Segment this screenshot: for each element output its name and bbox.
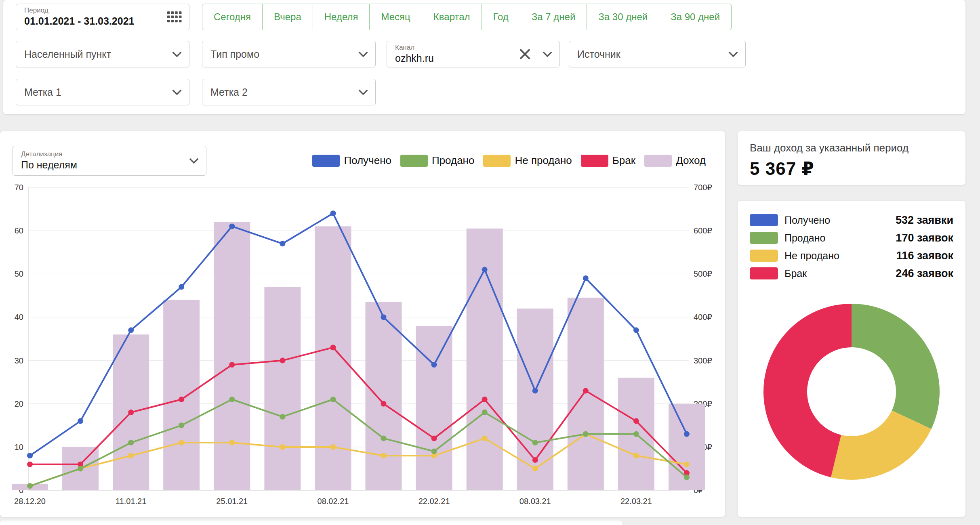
svg-text:600₽: 600₽ (694, 226, 712, 235)
stat-name: Продано (784, 232, 825, 244)
detail-select[interactable]: Детализация По неделям (13, 146, 206, 176)
period-label: Период (24, 7, 48, 15)
quick-range-quarter[interactable]: Квартал (422, 4, 482, 30)
legend-item-income[interactable]: Доход (644, 154, 706, 167)
stat-name: Получено (784, 214, 830, 226)
quick-range-year[interactable]: Год (482, 4, 520, 30)
svg-text:11.01.21: 11.01.21 (116, 497, 146, 506)
svg-text:25.01.21: 25.01.21 (216, 497, 248, 506)
stat-swatch (750, 250, 778, 262)
svg-text:10: 10 (15, 443, 23, 452)
filters-panel: Период 01.01.2021 - 31.03.2021 Сегодня В… (3, 0, 965, 114)
channel-select[interactable]: Канал ozhkh.ru (387, 41, 560, 67)
tag2-select[interactable]: Метка 2 (202, 79, 376, 105)
income-panel: Ваш доход за указанный период 5 367 ₽ (738, 131, 965, 185)
detail-select-value: По неделям (21, 159, 77, 171)
legend-item-rejected[interactable]: Брак (581, 154, 635, 167)
quick-range-7-days[interactable]: За 7 дней (520, 4, 587, 30)
svg-text:22.03.21: 22.03.21 (620, 497, 652, 506)
stats-panel: Получено 532 заявки Продано 170 заявок Н… (738, 201, 965, 517)
chevron-down-icon[interactable] (189, 158, 199, 164)
legend-label: Доход (676, 154, 706, 167)
channel-select-label: Канал (395, 44, 414, 52)
svg-text:40: 40 (15, 313, 23, 321)
channel-select-value: ozhkh.ru (395, 52, 434, 64)
main-chart-panel: Детализация По неделям Получено Продано … (0, 131, 725, 517)
svg-text:22.02.21: 22.02.21 (418, 497, 450, 506)
svg-text:70: 70 (15, 183, 23, 192)
source-select[interactable]: Источник (569, 41, 746, 67)
source-select-label: Источник (577, 48, 620, 60)
svg-text:08.02.21: 08.02.21 (318, 497, 349, 506)
quick-range-group: Сегодня Вчера Неделя Месяц Квартал Год З… (202, 4, 732, 30)
tag2-select-label: Метка 2 (210, 86, 248, 98)
legend-swatch (312, 155, 340, 167)
quick-range-week[interactable]: Неделя (313, 4, 370, 30)
quick-range-month[interactable]: Месяц (369, 4, 422, 30)
legend-swatch (483, 155, 511, 167)
stat-swatch (750, 232, 778, 244)
promo-type-select[interactable]: Тип промо (202, 41, 376, 67)
donut-chart[interactable] (762, 302, 941, 481)
legend-item-sold[interactable]: Продано (400, 154, 475, 167)
chevron-down-icon (172, 51, 182, 57)
calendar-icon[interactable] (167, 11, 182, 23)
legend-label: Брак (612, 154, 635, 167)
svg-text:50: 50 (15, 269, 23, 278)
svg-text:60: 60 (15, 226, 23, 235)
stat-row-not-sold: Не продано 116 заявок (738, 247, 965, 265)
svg-text:400₽: 400₽ (694, 313, 712, 321)
stat-row-rejected: Брак 246 заявок (738, 265, 965, 282)
stat-count: 532 заявки (896, 214, 953, 227)
tag1-select[interactable]: Метка 1 (16, 79, 189, 105)
next-section-edge (0, 521, 622, 525)
legend-item-received[interactable]: Получено (312, 154, 391, 167)
income-value: 5 367 ₽ (750, 158, 953, 179)
period-input[interactable]: Период 01.01.2021 - 31.03.2021 (16, 4, 189, 30)
city-select[interactable]: Населенный пункт (16, 41, 189, 67)
quick-range-today[interactable]: Сегодня (202, 4, 263, 30)
clear-icon[interactable] (519, 49, 530, 60)
svg-text:30: 30 (15, 356, 23, 365)
stat-row-sold: Продано 170 заявок (738, 229, 965, 247)
stat-count: 170 заявок (896, 232, 953, 244)
stat-row-received: Получено 532 заявки (738, 211, 965, 229)
svg-text:20: 20 (15, 399, 23, 408)
city-select-label: Населенный пункт (24, 48, 111, 60)
legend-swatch (581, 155, 608, 167)
svg-text:500₽: 500₽ (694, 269, 712, 278)
chevron-down-icon[interactable] (543, 51, 552, 57)
stat-swatch (750, 267, 778, 279)
detail-select-label: Детализация (21, 151, 63, 158)
quick-range-yesterday[interactable]: Вчера (262, 4, 313, 30)
quick-range-90-days[interactable]: За 90 дней (659, 4, 732, 30)
legend-label: Продано (432, 154, 475, 167)
legend-label: Не продано (515, 154, 572, 167)
legend-label: Получено (344, 154, 391, 167)
stat-count: 116 заявок (896, 250, 953, 262)
stat-name: Не продано (784, 250, 839, 262)
chevron-down-icon (728, 51, 738, 57)
legend-swatch (644, 155, 672, 167)
chevron-down-icon (358, 51, 368, 57)
legend-swatch (400, 155, 428, 167)
promo-type-select-label: Тип промо (210, 48, 259, 60)
svg-text:700₽: 700₽ (694, 183, 712, 192)
stat-count: 246 заявок (896, 267, 953, 280)
chart-legend: Получено Продано Не продано Брак Доход (312, 154, 706, 167)
legend-item-not-sold[interactable]: Не продано (483, 154, 572, 167)
svg-text:28.12.20: 28.12.20 (14, 497, 46, 506)
chevron-down-icon (358, 89, 368, 95)
income-title: Ваш доход за указанный период (750, 142, 953, 154)
svg-text:300₽: 300₽ (694, 356, 712, 365)
period-value: 01.01.2021 - 31.03.2021 (24, 15, 134, 27)
chevron-down-icon (172, 89, 182, 95)
stat-swatch (750, 214, 778, 226)
stat-name: Брак (784, 268, 807, 279)
combo-chart[interactable]: 0102030405060700₽100₽200₽300₽400₽500₽600… (0, 180, 725, 515)
tag1-select-label: Метка 1 (24, 86, 61, 98)
quick-range-30-days[interactable]: За 30 дней (587, 4, 659, 30)
svg-text:08.03.21: 08.03.21 (519, 497, 551, 506)
